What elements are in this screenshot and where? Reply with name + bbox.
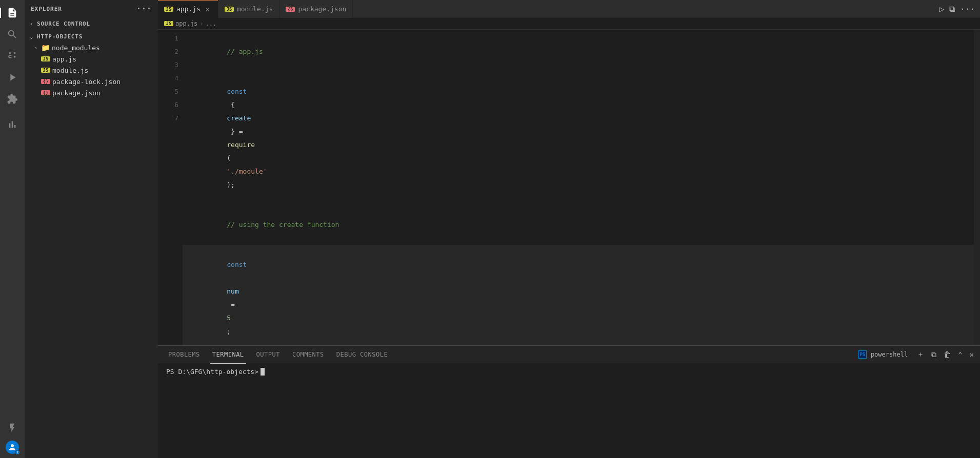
token: = — [227, 301, 238, 308]
sidebar-more-icon[interactable]: ··· — [136, 4, 152, 13]
source-control-icon[interactable] — [4, 47, 21, 65]
json-badge-packagelock: {} — [41, 79, 50, 84]
code-content[interactable]: // app.js const { create } = require ( '… — [183, 30, 974, 345]
lightning-icon[interactable] — [4, 419, 21, 436]
code-line-4: const num = 5 ; — [183, 245, 974, 345]
maximize-panel-icon[interactable]: ⌃ — [956, 349, 964, 360]
sidebar-item-packagelockjson[interactable]: {} package-lock.json — [29, 76, 158, 87]
activity-bar-bottom: 1 — [4, 419, 21, 458]
panel-tab-debug-console[interactable]: DEBUG CONSOLE — [330, 346, 394, 364]
panel-tab-output-label: OUTPUT — [256, 351, 280, 358]
packagelockjson-label: package-lock.json — [52, 78, 121, 86]
token: ; — [227, 327, 231, 335]
kill-terminal-icon[interactable]: 🗑 — [942, 349, 953, 360]
search-icon[interactable] — [4, 26, 21, 43]
panel-content[interactable]: PS D:\GFG\http-objects> — [158, 364, 980, 458]
panel: PROBLEMS TERMINAL OUTPUT COMMENTS DEBUG … — [158, 345, 980, 458]
http-objects-section: ⌄ HTTP-OBJECTS › 📁 node_modules JS app.j… — [25, 30, 158, 99]
sidebar-item-packagejson[interactable]: {} package.json — [29, 87, 158, 98]
http-objects-header[interactable]: ⌄ HTTP-OBJECTS — [25, 31, 158, 42]
panel-tab-problems-label: PROBLEMS — [168, 351, 200, 358]
run-debug-icon[interactable] — [4, 69, 21, 86]
token — [227, 274, 231, 282]
tab-packagejson[interactable]: {} package.json — [279, 0, 353, 18]
token: './module' — [227, 168, 267, 175]
folder-icon: 📁 — [41, 44, 50, 52]
explorer-label: Explorer — [31, 6, 62, 12]
token: ( — [227, 154, 231, 162]
minimap — [974, 30, 980, 345]
panel-tab-terminal-label: TERMINAL — [212, 351, 244, 358]
js-badge-modulejs: JS — [41, 68, 50, 73]
token: const — [227, 88, 247, 95]
token: { — [227, 101, 238, 109]
add-terminal-icon[interactable]: ＋ — [915, 349, 926, 360]
modulejs-label: module.js — [52, 67, 88, 74]
tab-js-badge-modulejs: JS — [225, 7, 234, 12]
charts-icon[interactable] — [4, 116, 21, 133]
panel-tab-output[interactable]: OUTPUT — [250, 346, 286, 364]
tab-js-badge-appjs: JS — [164, 7, 173, 12]
panel-tab-debug-label: DEBUG CONSOLE — [336, 351, 388, 358]
tab-modulejs-label: module.js — [237, 5, 273, 13]
more-actions-icon[interactable]: ··· — [959, 3, 976, 15]
activity-bar: 1 — [0, 0, 25, 458]
appjs-label: app.js — [52, 55, 76, 63]
extensions-icon[interactable] — [4, 90, 21, 108]
tab-packagejson-label: package.json — [298, 5, 346, 13]
code-editor[interactable]: 1 2 3 4 5 6 7 // app.js const { create } — [158, 30, 980, 345]
run-icon[interactable]: ▷ — [938, 3, 945, 15]
source-control-label: SOURCE CONTROL — [37, 20, 90, 27]
panel-tab-right: PS powershell ＋ ⧉ 🗑 ⌃ ✕ — [856, 349, 976, 360]
sidebar-item-modulejs[interactable]: JS module.js — [29, 65, 158, 76]
sidebar: Explorer ··· › SOURCE CONTROL ⌄ HTTP-OBJ… — [25, 0, 158, 458]
code-line-3: // using the create function — [183, 205, 974, 245]
tab-modulejs[interactable]: JS module.js — [218, 0, 279, 18]
folder-section-label: HTTP-OBJECTS — [37, 33, 83, 40]
panel-tab-terminal[interactable]: TERMINAL — [206, 346, 250, 364]
breadcrumb-separator: › — [199, 20, 203, 27]
panel-tab-comments-label: COMMENTS — [292, 351, 324, 358]
breadcrumb-rest[interactable]: ... — [206, 20, 217, 27]
tab-bar-right: ▷ ⧉ ··· — [934, 0, 980, 17]
chevron-down-icon: ⌄ — [29, 34, 35, 40]
split-editor-icon[interactable]: ⧉ — [948, 3, 956, 15]
breadcrumb-file[interactable]: app.js — [175, 20, 197, 27]
breadcrumb-js-badge: JS — [164, 21, 173, 26]
json-badge-package: {} — [41, 90, 50, 95]
panel-tabs: PROBLEMS TERMINAL OUTPUT COMMENTS DEBUG … — [158, 346, 980, 364]
sidebar-item-appjs[interactable]: JS app.js — [29, 53, 158, 65]
source-control-header[interactable]: › SOURCE CONTROL — [25, 18, 158, 29]
chevron-right-icon: › — [29, 21, 35, 27]
token: const — [227, 261, 247, 268]
code-line-2: const { create } = require ( './module' … — [183, 72, 974, 205]
app-layout: 1 Explorer ··· › SOURCE CONTROL ⌄ HTTP-O… — [0, 0, 980, 458]
user-avatar[interactable]: 1 — [6, 441, 19, 454]
source-control-section: › SOURCE CONTROL — [25, 17, 158, 30]
terminal-prompt-text: PS D:\GFG\http-objects> — [166, 368, 258, 376]
token: require — [227, 141, 255, 149]
token: ); — [227, 181, 235, 189]
panel-tab-problems[interactable]: PROBLEMS — [162, 346, 206, 364]
code-line-1: // app.js — [183, 32, 974, 72]
node-modules-item[interactable]: › 📁 node_modules — [29, 42, 158, 53]
token: // app.js — [227, 48, 263, 55]
folder-tree: › 📁 node_modules JS app.js JS module.js … — [25, 42, 158, 98]
tab-bar: JS app.js ✕ JS module.js {} package.json… — [158, 0, 980, 18]
avatar-badge: 1 — [15, 450, 20, 455]
sidebar-header-icons: ··· — [136, 4, 152, 13]
js-badge-appjs: JS — [41, 56, 50, 61]
tab-close-appjs[interactable]: ✕ — [204, 5, 212, 13]
close-panel-icon[interactable]: ✕ — [968, 349, 976, 360]
files-icon[interactable] — [4, 4, 21, 22]
panel-tab-comments[interactable]: COMMENTS — [286, 346, 330, 364]
node-modules-chevron: › — [33, 45, 39, 51]
tab-appjs[interactable]: JS app.js ✕ — [158, 0, 218, 18]
split-terminal-icon[interactable]: ⧉ — [929, 349, 938, 360]
token: create — [227, 114, 251, 122]
sidebar-header: Explorer ··· — [25, 0, 158, 17]
breadcrumb: JS app.js › ... — [158, 18, 980, 30]
node-modules-label: node_modules — [52, 44, 100, 52]
token: // using the create function — [227, 221, 339, 228]
token: } = — [227, 128, 247, 135]
